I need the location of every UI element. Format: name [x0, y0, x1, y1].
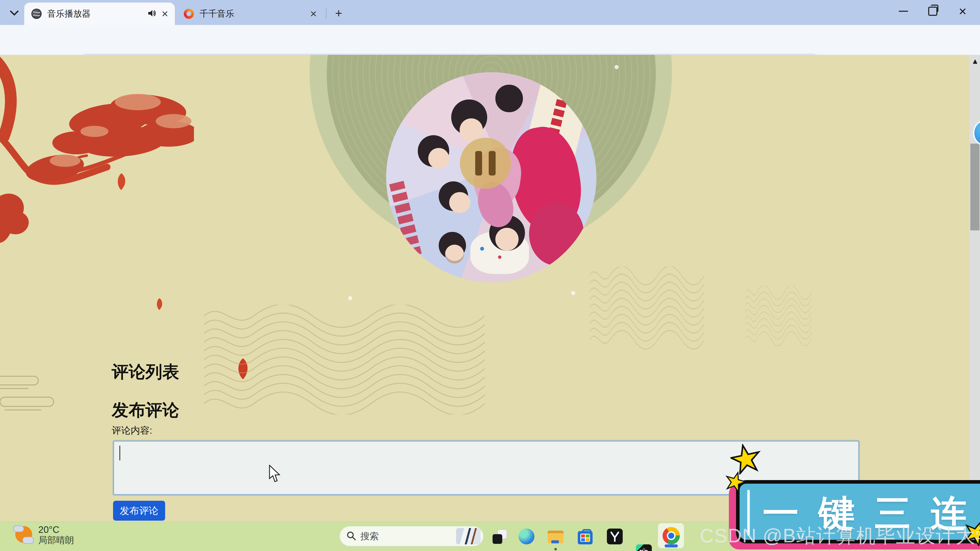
pause-icon: [489, 151, 496, 176]
csdn-watermark: CSDN @B站计算机毕业设计大学: [700, 523, 980, 549]
microsoft-store-icon[interactable]: [577, 529, 593, 545]
search-highlight-image[interactable]: [456, 528, 480, 545]
restore-icon: [928, 6, 937, 16]
tab-title: 音乐播放器: [47, 8, 147, 20]
star-icon: [730, 444, 761, 475]
page-content: 评论列表 发布评论 评论内容: 发布评论 ▲: [0, 55, 980, 522]
pause-button[interactable]: [460, 138, 511, 189]
scrollbar-thumb[interactable]: [970, 144, 980, 230]
tab-title: 千千音乐: [200, 8, 307, 20]
chrome-running-indicator: [665, 545, 678, 548]
star-icon: [725, 472, 746, 492]
legion-app-icon[interactable]: [607, 529, 623, 545]
red-region: [529, 203, 584, 265]
window-restore-button[interactable]: [918, 0, 948, 22]
falling-leaf-icon: [115, 173, 127, 191]
face-blob: [495, 228, 519, 251]
comment-content-label: 评论内容:: [112, 424, 152, 437]
tab-qianqian-music[interactable]: 千千音乐 ×: [177, 3, 323, 25]
new-tab-button[interactable]: +: [332, 6, 345, 20]
glasses-face-blob: [445, 245, 464, 264]
wave-pattern-decoration: [745, 286, 811, 352]
speaker-icon[interactable]: [147, 9, 156, 19]
comments-list-heading: 评论列表: [112, 360, 179, 383]
search-placeholder: 搜索: [360, 530, 456, 543]
tab-close-icon[interactable]: ×: [159, 7, 171, 20]
pause-icon: [475, 151, 482, 176]
face-blob: [449, 192, 470, 213]
post-comment-button[interactable]: 发布评论: [113, 501, 165, 521]
falling-leaf-icon: [235, 357, 251, 381]
face-blob: [428, 148, 449, 169]
tab-music-player[interactable]: 音乐播放器 ×: [24, 3, 175, 25]
file-explorer-icon[interactable]: [548, 529, 563, 545]
wave-pattern-decoration: [204, 305, 485, 414]
tab-close-icon[interactable]: ×: [307, 7, 320, 20]
wave-pattern-decoration: [590, 267, 704, 356]
text-caret: [119, 446, 120, 460]
running-app-dot: [554, 548, 557, 551]
taskbar-search-box[interactable]: 搜索: [339, 526, 484, 546]
window-minimize-button[interactable]: [888, 0, 919, 22]
falling-leaf-icon: [155, 298, 164, 310]
vinyl-dot: [348, 296, 352, 300]
window-close-button[interactable]: ×: [947, 0, 978, 22]
mouse-cursor: [269, 465, 282, 483]
post-comment-heading: 发布评论: [112, 399, 179, 422]
red-pine-tree-decoration: [0, 55, 194, 264]
weather-condition: 局部晴朗: [38, 535, 74, 545]
vinyl-dot: [614, 65, 619, 69]
weather-temperature: 20°C: [38, 524, 74, 535]
search-icon: [346, 530, 356, 542]
hair-blob: [495, 85, 523, 112]
weather-sun-clouds-icon: [13, 524, 34, 545]
tab-strip: 音乐播放器 × 千千音乐 × + ×: [0, 0, 980, 25]
vinyl-dot: [571, 291, 575, 295]
cloud-outline-decoration: [0, 374, 66, 420]
globe-favicon-icon: [32, 9, 41, 19]
chrome-icon[interactable]: [662, 527, 680, 545]
running-app-dot: [643, 548, 645, 551]
minimize-icon: [899, 11, 908, 12]
qianqian-favicon-icon: [184, 9, 194, 19]
tab-search-chevron-icon[interactable]: [7, 6, 21, 19]
screen: 音乐播放器 × 千千音乐 × + ×: [0, 0, 980, 551]
face-blob: [460, 118, 483, 141]
taskbar-weather-widget[interactable]: 20°C 局部晴朗: [13, 524, 74, 545]
edge-browser-icon[interactable]: [519, 529, 535, 545]
task-view-button[interactable]: [492, 529, 508, 545]
tab-divider: [326, 8, 326, 18]
scrollbar-up-arrow[interactable]: ▲: [971, 57, 979, 65]
browser-toolbar: 127.0.0.1:8000/music/music/2599 ☆ V: [0, 25, 980, 55]
